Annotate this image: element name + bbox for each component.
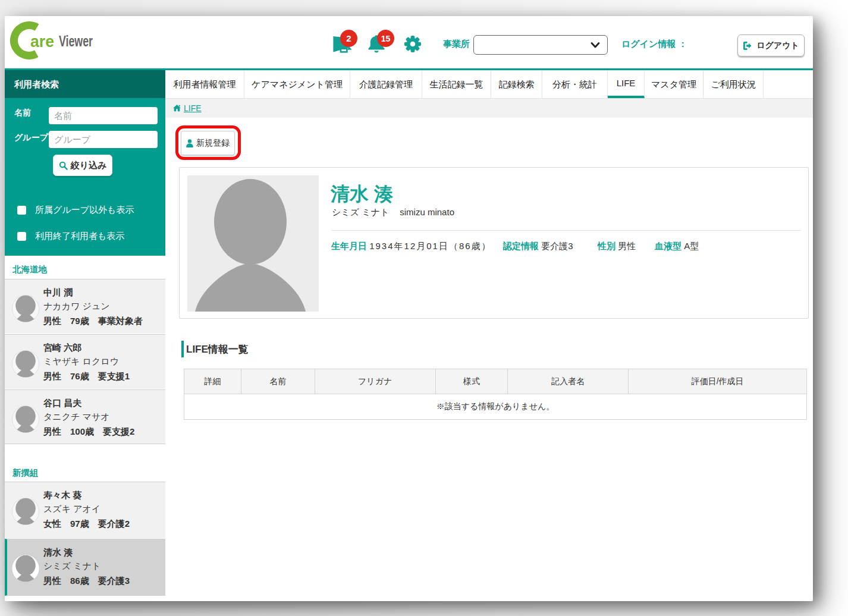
svg-text:are: are [30,33,54,51]
svg-text:Viewer: Viewer [59,33,93,49]
